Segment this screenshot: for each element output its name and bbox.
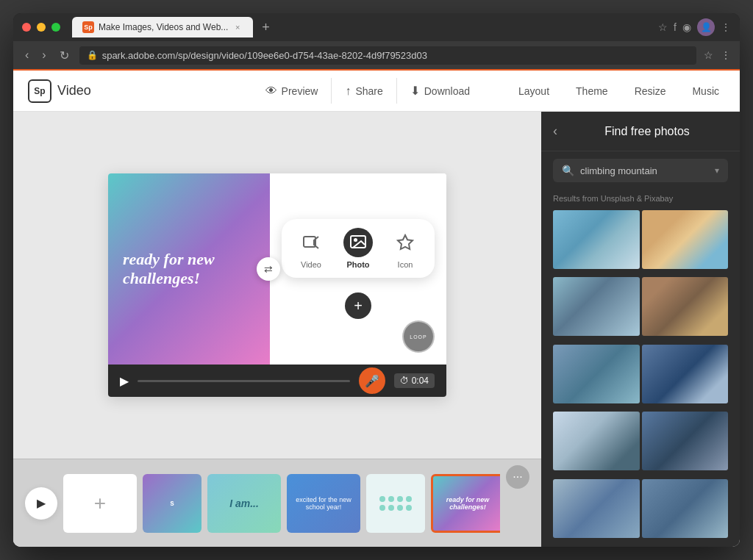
minimize-button[interactable] <box>37 23 46 32</box>
refresh-button[interactable]: ↻ <box>57 46 72 65</box>
slide-right-panel: ⇄ <box>270 173 446 365</box>
slide-3-wrapper: excited for the new school year! 3 <box>287 474 360 533</box>
layout-button[interactable]: Layout <box>513 79 555 103</box>
preview-label: Preview <box>282 85 318 97</box>
add-media-button[interactable]: + <box>345 292 371 319</box>
address-right-icons: ☆ ⋮ <box>704 49 731 61</box>
photo-option[interactable]: Photo <box>343 228 373 269</box>
sp-logo-icon: Sp <box>28 79 51 103</box>
address-input[interactable]: 🔒 spark.adobe.com/sp/design/video/109ee6… <box>79 46 696 65</box>
slide-content: ready for new challenges! ⇄ <box>108 173 446 365</box>
slide-3-text: excited for the new school year! <box>290 496 357 511</box>
timeline-slide-3[interactable]: excited for the new school year! <box>287 474 360 533</box>
photo-option-icon <box>343 228 373 257</box>
dropdown-arrow-icon[interactable]: ▾ <box>715 165 719 176</box>
video-option[interactable]: Video <box>296 228 326 269</box>
right-panel: ‹ Find free photos 🔍 ▾ Results from Unsp… <box>541 112 740 547</box>
photo-item[interactable] <box>553 412 640 470</box>
photo-item[interactable] <box>553 277 640 336</box>
timeline-slide-1[interactable]: s <box>143 474 201 533</box>
photo-item[interactable] <box>553 210 640 269</box>
theme-button[interactable]: Theme <box>570 79 614 103</box>
svg-marker-3 <box>398 235 413 249</box>
panel-title: Find free photos <box>566 125 728 138</box>
share-icon: ↑ <box>345 85 351 98</box>
canvas-area: ready for new challenges! ⇄ <box>13 112 541 547</box>
timeline-play-button[interactable]: ▶ <box>25 487 57 520</box>
search-icon: 🔍 <box>562 165 574 176</box>
video-controls: ▶ 🎤 ⏱ 0:04 <box>108 365 446 397</box>
maximize-button[interactable] <box>51 23 60 32</box>
title-bar-controls: ☆ f ◉ 👤 ⋮ <box>658 18 731 36</box>
photo-item[interactable] <box>553 479 640 538</box>
canvas-workspace: ready for new challenges! ⇄ <box>13 112 541 459</box>
add-slide-button[interactable]: + <box>63 474 137 533</box>
timeline-slide-5[interactable]: ready for new challenges! <box>431 474 500 533</box>
panel-header: ‹ Find free photos <box>541 112 740 151</box>
play-button[interactable]: ▶ <box>120 374 129 388</box>
photo-item[interactable] <box>642 479 729 538</box>
photo-item[interactable] <box>553 345 640 403</box>
more-icon[interactable]: ⋮ <box>721 49 731 61</box>
tab-area: Sp Make Images, Videos and Web... × + <box>72 17 658 37</box>
slide-text: ready for new challenges! <box>123 250 255 289</box>
video-card: ready for new challenges! ⇄ <box>108 173 446 397</box>
facebook-icon[interactable]: f <box>674 21 677 33</box>
loop-badge[interactable]: LOOP <box>402 320 435 353</box>
video-option-icon <box>296 228 326 257</box>
star-icon[interactable]: ☆ <box>704 49 713 61</box>
search-input[interactable] <box>580 165 709 176</box>
tab-label: Make Images, Videos and Web... <box>99 22 228 32</box>
app-window: Sp Make Images, Videos and Web... × + ☆ … <box>13 13 740 547</box>
results-label: Results from Unsplash & Pixabay <box>541 190 740 207</box>
app-container: Sp Video 👁 Preview ↑ Share ⬇ Download La… <box>13 71 740 547</box>
more-options-button[interactable]: ··· <box>506 465 529 489</box>
panel-search: 🔍 ▾ <box>541 151 740 190</box>
clock-icon: ⏱ <box>400 376 409 386</box>
search-box[interactable]: 🔍 ▾ <box>553 159 728 182</box>
loop-badge-text: LOOP <box>410 334 427 340</box>
resize-button[interactable]: Resize <box>629 79 672 103</box>
app-logo: Sp Video <box>28 79 91 103</box>
slide-left-panel[interactable]: ready for new challenges! <box>108 173 270 365</box>
slide-5-text: ready for new challenges! <box>437 496 499 511</box>
toolbar-actions: 👁 Preview ↑ Share ⬇ Download <box>252 78 483 104</box>
address-bar: ‹ › ↻ 🔒 spark.adobe.com/sp/design/video/… <box>13 41 740 71</box>
toolbar-right: Layout Theme Resize Music <box>513 79 725 103</box>
slide-4-dots <box>379 496 412 511</box>
swap-icon[interactable]: ⇄ <box>257 257 280 281</box>
photo-item[interactable] <box>642 210 729 269</box>
download-button[interactable]: ⬇ Download <box>397 78 483 104</box>
timeline-slide-2[interactable]: I am... <box>207 474 281 533</box>
duration-text: 0:04 <box>412 376 429 386</box>
svg-rect-1 <box>351 236 365 248</box>
share-button[interactable]: ↑ Share <box>332 78 396 104</box>
mic-button[interactable]: 🎤 <box>359 367 385 394</box>
forward-button[interactable]: › <box>39 46 49 65</box>
timeline-slides: + s I am... 2 <box>63 474 500 533</box>
app-toolbar: Sp Video 👁 Preview ↑ Share ⬇ Download La… <box>13 71 740 112</box>
menu-icon[interactable]: ⋮ <box>721 21 731 33</box>
bookmark-icon[interactable]: ☆ <box>658 21 668 33</box>
slide-1-wrapper: s <box>143 474 201 533</box>
close-button[interactable] <box>22 23 31 32</box>
tab-close-button[interactable]: × <box>232 22 243 32</box>
user-avatar[interactable]: 👤 <box>697 18 715 36</box>
icon-option[interactable]: Icon <box>390 228 420 269</box>
back-button[interactable]: ‹ <box>22 46 32 65</box>
photo-grid <box>541 207 740 547</box>
photo-item[interactable] <box>642 277 729 336</box>
extensions-icon[interactable]: ◉ <box>682 21 691 33</box>
timeline-slide-4[interactable] <box>366 474 425 533</box>
photo-item[interactable] <box>642 345 729 403</box>
panel-back-button[interactable]: ‹ <box>553 123 557 139</box>
photo-item[interactable] <box>642 412 729 470</box>
new-tab-button[interactable]: + <box>262 20 270 35</box>
preview-button[interactable]: 👁 Preview <box>252 78 332 104</box>
slide-4-wrapper <box>366 474 425 533</box>
active-tab[interactable]: Sp Make Images, Videos and Web... × <box>72 17 253 37</box>
music-button[interactable]: Music <box>686 79 725 103</box>
icon-option-icon <box>390 228 420 257</box>
icon-option-label: Icon <box>398 260 413 269</box>
progress-bar[interactable] <box>138 380 350 382</box>
